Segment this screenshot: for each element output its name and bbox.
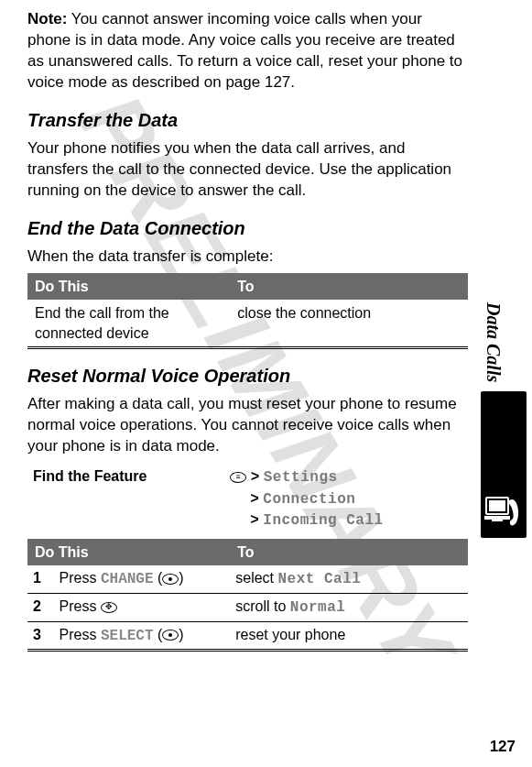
open-paren: (	[154, 570, 163, 586]
heading-end-connection: End the Data Connection	[27, 216, 468, 241]
step-row-1: 1 Press CHANGE () select Next Call	[27, 565, 468, 593]
th-do-this: Do This	[27, 273, 230, 301]
path-incoming-call: Incoming Call	[263, 512, 383, 529]
svg-rect-3	[492, 520, 503, 521]
body-end-connection: When the data transfer is complete:	[27, 247, 468, 268]
page-number: 127	[490, 737, 516, 758]
path-settings: Settings	[264, 469, 338, 486]
find-feature-path: > Settings > Connection > Incoming Call	[230, 466, 468, 531]
table-steps: Do This To 1 Press CHANGE () select Next…	[27, 539, 468, 652]
press-label: Press	[60, 627, 101, 642]
close-paren: )	[179, 627, 183, 642]
side-chapter-label: Data Calls	[481, 302, 505, 391]
find-the-feature: Find the Feature > Settings > Connection…	[27, 466, 468, 531]
step-row-2: 2 Press scroll to Normal	[27, 594, 468, 622]
body-reset-voice: After making a data call, you must reset…	[27, 394, 468, 457]
press-label: Press	[60, 570, 101, 586]
dot-key-icon	[162, 630, 179, 641]
note-paragraph: Note: You cannot answer incoming voice c…	[27, 9, 468, 93]
svg-rect-1	[489, 500, 505, 511]
computer-phone-icon	[484, 494, 523, 531]
result-pre: scroll to	[235, 598, 290, 614]
cell-to: close the connection	[230, 300, 468, 348]
side-tab: Data Calls	[481, 302, 527, 538]
step-result: reset your phone	[230, 621, 468, 651]
result-normal: Normal	[290, 599, 346, 616]
softkey-change: CHANGE	[101, 571, 154, 587]
step-action: Press SELECT ()	[54, 621, 231, 651]
th-to: To	[230, 539, 468, 566]
step-row-3: 3 Press SELECT () reset your phone	[27, 621, 468, 651]
th-do-this: Do This	[27, 539, 230, 566]
softkey-select: SELECT	[101, 628, 154, 644]
note-label: Note:	[27, 10, 67, 27]
path-sep: >	[251, 469, 260, 486]
path-sep: >	[250, 512, 259, 529]
nav-key-icon	[101, 602, 117, 613]
cell-do-this: End the call from the connected device	[27, 300, 230, 348]
dot-key-icon	[162, 574, 179, 585]
step-number: 3	[27, 621, 54, 651]
th-to: To	[230, 273, 468, 301]
heading-transfer-data: Transfer the Data	[27, 108, 468, 133]
step-number: 2	[27, 594, 54, 622]
step-result: scroll to Normal	[230, 594, 468, 622]
open-paren: (	[154, 627, 163, 642]
step-action: Press CHANGE ()	[54, 565, 231, 593]
close-paren: )	[179, 570, 183, 586]
press-label: Press	[60, 598, 101, 614]
menu-icon	[230, 472, 246, 483]
body-transfer-data: Your phone notifies you when the data ca…	[27, 138, 468, 202]
svg-rect-2	[484, 516, 510, 520]
result-pre: select	[235, 570, 277, 586]
result-next-call: Next Call	[277, 571, 361, 587]
note-body: You cannot answer incoming voice calls w…	[27, 10, 462, 91]
step-number: 1	[27, 565, 54, 593]
heading-reset-voice: Reset Normal Voice Operation	[27, 364, 468, 389]
step-action: Press	[54, 594, 231, 622]
find-feature-label: Find the Feature	[27, 466, 230, 531]
result-pre: reset your phone	[235, 627, 345, 642]
step-result: select Next Call	[230, 565, 468, 593]
table-end-connection: Do This To End the call from the connect…	[27, 273, 468, 350]
path-connection: Connection	[263, 491, 355, 508]
table-row: End the call from the connected device c…	[27, 300, 468, 348]
path-sep: >	[250, 491, 259, 508]
side-tab-icon-block	[481, 391, 527, 538]
